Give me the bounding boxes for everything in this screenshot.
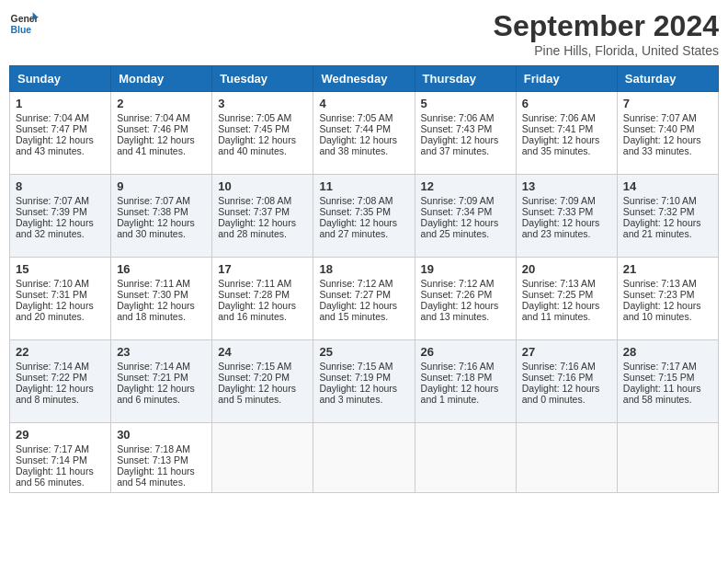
day-info: and 11 minutes. — [522, 311, 611, 322]
day-number: 21 — [623, 262, 712, 276]
day-info: Sunset: 7:41 PM — [522, 123, 611, 134]
day-number: 30 — [117, 428, 206, 442]
table-row: 16Sunrise: 7:11 AMSunset: 7:30 PMDayligh… — [111, 258, 212, 340]
day-info: Daylight: 12 hours — [319, 217, 408, 228]
day-info: Daylight: 11 hours — [16, 465, 105, 477]
day-info: Sunrise: 7:13 AM — [522, 278, 611, 289]
day-info: Daylight: 12 hours — [16, 300, 105, 311]
col-saturday: Saturday — [617, 66, 718, 92]
day-info: Daylight: 12 hours — [421, 134, 510, 145]
day-info: and 32 minutes. — [16, 228, 105, 239]
day-info: and 56 minutes. — [16, 477, 105, 488]
day-info: Sunrise: 7:16 AM — [522, 361, 611, 372]
svg-text:Blue: Blue — [11, 25, 32, 35]
day-info: Sunset: 7:16 PM — [522, 372, 611, 383]
day-info: Sunset: 7:33 PM — [522, 206, 611, 217]
table-row: 3Sunrise: 7:05 AMSunset: 7:45 PMDaylight… — [212, 92, 313, 175]
day-info: Sunrise: 7:08 AM — [218, 195, 307, 206]
day-info: and 13 minutes. — [421, 311, 510, 322]
day-info: and 23 minutes. — [522, 228, 611, 239]
day-info: Daylight: 12 hours — [117, 134, 206, 145]
table-row: 8Sunrise: 7:07 AMSunset: 7:39 PMDaylight… — [10, 175, 111, 258]
day-number: 13 — [522, 179, 611, 193]
day-info: Sunrise: 7:05 AM — [218, 112, 307, 123]
title-area: September 2024 Pine Hills, Florida, Unit… — [494, 9, 719, 58]
day-info: Daylight: 12 hours — [522, 300, 611, 311]
day-info: Sunrise: 7:05 AM — [319, 112, 408, 123]
day-info: Sunset: 7:15 PM — [623, 372, 712, 383]
day-info: Sunset: 7:43 PM — [421, 123, 510, 134]
day-info: and 16 minutes. — [218, 311, 307, 322]
day-info: Daylight: 12 hours — [522, 217, 611, 228]
col-monday: Monday — [111, 66, 212, 92]
day-info: Sunset: 7:31 PM — [16, 289, 105, 300]
day-info: Sunset: 7:21 PM — [117, 372, 206, 383]
day-info: Sunset: 7:45 PM — [218, 123, 307, 134]
table-row — [313, 423, 415, 493]
day-info: and 30 minutes. — [117, 228, 206, 239]
day-info: and 3 minutes. — [319, 394, 408, 405]
day-number: 1 — [16, 97, 105, 110]
day-info: Sunset: 7:20 PM — [218, 372, 307, 383]
day-number: 27 — [522, 345, 611, 359]
day-number: 25 — [319, 345, 408, 359]
day-info: Sunrise: 7:12 AM — [319, 278, 408, 289]
day-info: Daylight: 12 hours — [421, 300, 510, 311]
day-info: Daylight: 12 hours — [117, 383, 206, 394]
day-info: Daylight: 12 hours — [623, 300, 712, 311]
table-row: 30Sunrise: 7:18 AMSunset: 7:13 PMDayligh… — [111, 423, 212, 493]
day-number: 19 — [421, 262, 510, 276]
day-info: Sunrise: 7:09 AM — [522, 195, 611, 206]
day-info: Sunrise: 7:18 AM — [117, 443, 206, 454]
table-row: 22Sunrise: 7:14 AMSunset: 7:22 PMDayligh… — [10, 340, 111, 423]
day-number: 7 — [623, 97, 712, 110]
table-row: 2Sunrise: 7:04 AMSunset: 7:46 PMDaylight… — [111, 92, 212, 175]
day-info: Daylight: 12 hours — [319, 383, 408, 394]
day-info: Sunset: 7:47 PM — [16, 123, 105, 134]
day-number: 20 — [522, 262, 611, 276]
day-info: Sunrise: 7:15 AM — [218, 361, 307, 372]
day-number: 5 — [421, 97, 510, 110]
day-info: Sunrise: 7:06 AM — [522, 112, 611, 123]
day-info: and 1 minute. — [421, 394, 510, 405]
month-title: September 2024 — [494, 9, 719, 43]
page-header: General Blue September 2024 Pine Hills, … — [9, 9, 719, 58]
day-info: Sunset: 7:22 PM — [16, 372, 105, 383]
day-number: 4 — [319, 97, 408, 110]
day-number: 11 — [319, 179, 408, 193]
day-number: 3 — [218, 97, 307, 110]
day-info: Sunset: 7:40 PM — [623, 123, 712, 134]
col-wednesday: Wednesday — [313, 66, 415, 92]
table-row: 12Sunrise: 7:09 AMSunset: 7:34 PMDayligh… — [415, 175, 516, 258]
day-info: Sunset: 7:23 PM — [623, 289, 712, 300]
day-number: 14 — [623, 179, 712, 193]
table-row: 10Sunrise: 7:08 AMSunset: 7:37 PMDayligh… — [212, 175, 313, 258]
table-row: 5Sunrise: 7:06 AMSunset: 7:43 PMDaylight… — [415, 92, 516, 175]
table-row: 19Sunrise: 7:12 AMSunset: 7:26 PMDayligh… — [415, 258, 516, 340]
logo: General Blue — [9, 9, 39, 39]
day-info: and 10 minutes. — [623, 311, 712, 322]
day-info: Daylight: 12 hours — [218, 383, 307, 394]
day-info: Sunset: 7:46 PM — [117, 123, 206, 134]
day-info: Sunrise: 7:15 AM — [319, 361, 408, 372]
day-info: Sunrise: 7:04 AM — [16, 112, 105, 123]
day-info: Sunrise: 7:10 AM — [623, 195, 712, 206]
day-info: and 41 minutes. — [117, 145, 206, 156]
col-tuesday: Tuesday — [212, 66, 313, 92]
day-info: Sunset: 7:35 PM — [319, 206, 408, 217]
day-info: Sunset: 7:32 PM — [623, 206, 712, 217]
location: Pine Hills, Florida, United States — [494, 43, 719, 58]
day-info: Sunrise: 7:04 AM — [117, 112, 206, 123]
day-info: Daylight: 11 hours — [623, 383, 712, 394]
day-number: 26 — [421, 345, 510, 359]
table-row: 21Sunrise: 7:13 AMSunset: 7:23 PMDayligh… — [617, 258, 718, 340]
day-info: Daylight: 12 hours — [522, 134, 611, 145]
table-row: 17Sunrise: 7:11 AMSunset: 7:28 PMDayligh… — [212, 258, 313, 340]
day-info: and 40 minutes. — [218, 145, 307, 156]
logo-icon: General Blue — [9, 9, 39, 39]
day-info: and 5 minutes. — [218, 394, 307, 405]
day-info: Sunrise: 7:07 AM — [623, 112, 712, 123]
day-info: Sunset: 7:14 PM — [16, 454, 105, 465]
day-info: and 15 minutes. — [319, 311, 408, 322]
table-row: 14Sunrise: 7:10 AMSunset: 7:32 PMDayligh… — [617, 175, 718, 258]
